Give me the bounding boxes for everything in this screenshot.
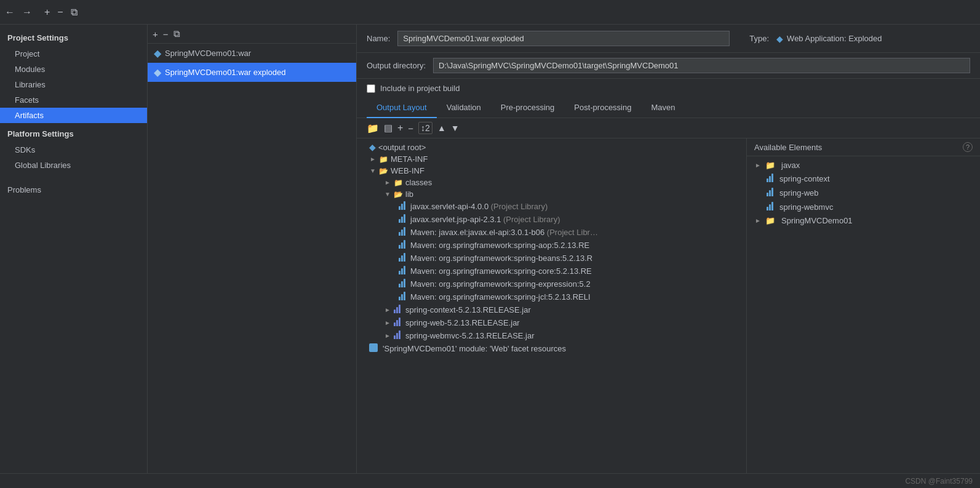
two-col: ◆ <output root> 📁 META-INF 📂 WEB-INF [357,138,980,473]
type-value: ◆ Web Application: Exploded [776,34,882,44]
sidebar-item-global-libraries[interactable]: Global Libraries [0,158,147,173]
available-help-icon[interactable]: ? [963,142,973,152]
project-settings-title: Project Settings [0,30,147,46]
tab-maven[interactable]: Maven [641,98,685,118]
artifact-list: ◆ SpringMVCDemo01:war ◆ SpringMVCDemo01:… [148,44,356,473]
tab-validation[interactable]: Validation [437,98,491,118]
jar-file-icon-2 [394,318,400,328]
output-dir-label: Output directory: [367,61,426,70]
sidebar-item-libraries[interactable]: Libraries [0,77,147,92]
name-input[interactable] [397,31,730,46]
back-icon[interactable]: ← [5,7,15,18]
arrow-output-root [359,143,367,151]
maven-lib-icon-5 [399,253,405,263]
sidebar-item-project[interactable]: Project [0,46,147,62]
name-label: Name: [367,34,390,43]
artifact-panel: + − ⧉ ◆ SpringMVCDemo01:war ◆ SpringMVCD… [148,25,357,473]
folder-icon-lib: 📂 [394,190,403,199]
sidebar: Project Settings Project Modules Librari… [0,25,148,473]
tree-item-spring-context-jar[interactable]: spring-context-5.2.13.RELEASE.jar [357,303,746,316]
include-row: Include in project build [357,79,980,98]
tree-item-classes[interactable]: 📁 classes [357,177,746,188]
tree-item-spring-webmvc-jar[interactable]: spring-webmvc-5.2.13.RELEASE.jar [357,329,746,342]
forward-icon[interactable]: → [22,7,32,18]
war-exploded-icon: ◆ [154,66,161,78]
tree-item-maven-spring-core[interactable]: Maven: org.springframework:spring-core:5… [357,265,746,278]
maven-lib-icon-4 [399,240,405,250]
folder-icon-web-inf: 📂 [379,167,388,175]
copy-icon[interactable]: ⧉ [71,7,78,18]
platform-settings-title: Platform Settings [0,123,147,142]
tab-post-processing[interactable]: Post-processing [564,98,641,118]
tree-item-output-root[interactable]: ◆ <output root> [357,141,746,153]
grid-icon[interactable]: ▤ [384,122,392,134]
copy-artifact-icon[interactable]: ⧉ [173,28,180,39]
arrow-spring-web-jar[interactable] [384,319,391,327]
sidebar-item-sdks[interactable]: SDKs [0,142,147,158]
avail-item-spring-mvc-demo[interactable]: 📁 SpringMVCDemo01 [747,214,980,227]
output-dir-input[interactable] [433,58,970,73]
content-panel: Name: Type: ◆ Web Application: Exploded … [357,25,980,473]
tree-item-lib[interactable]: 📂 lib [357,188,746,200]
tree-item-maven-spring-aop[interactable]: Maven: org.springframework:spring-aop:5.… [357,239,746,252]
folder-icon-meta-inf: 📁 [379,155,388,164]
maven-lib-icon-2 [399,214,405,225]
move-down-icon[interactable]: ▼ [451,123,460,133]
sidebar-item-problems[interactable]: Problems [0,173,147,198]
jar-file-icon-3 [394,330,400,341]
sidebar-item-modules[interactable]: Modules [0,62,147,77]
include-checkbox[interactable] [367,84,375,93]
available-elements-label: Available Elements [754,143,822,152]
tab-output-layout[interactable]: Output Layout [367,98,437,118]
tree-item-maven-spring-jcl[interactable]: Maven: org.springframework:spring-jcl:5.… [357,290,746,303]
add-element-icon[interactable]: + [397,122,403,134]
remove-artifact-icon[interactable]: − [163,29,169,39]
type-icon: ◆ [776,34,783,44]
remove-element-icon[interactable]: − [408,123,413,134]
arrow-javax[interactable] [754,162,762,169]
tree-item-javax-servlet-api[interactable]: javax.servlet-api-4.0.0 (Project Library… [357,200,746,213]
tree-item-maven-spring-expression[interactable]: Maven: org.springframework:spring-expres… [357,278,746,290]
tree-item-maven-javax-el[interactable]: Maven: javax.el:javax.el-api:3.0.1-b06 (… [357,226,746,239]
tree-item-web-inf[interactable]: 📂 WEB-INF [357,165,746,177]
available-tree: 📁 javax spring-context [747,156,980,473]
artifact-item-war[interactable]: ◆ SpringMVCDemo01:war [148,44,356,63]
add-icon[interactable]: + [44,7,50,18]
avail-item-spring-webmvc[interactable]: spring-webmvc [747,200,980,214]
sidebar-item-facets[interactable]: Facets [0,92,147,108]
tree-item-module-facet[interactable]: 'SpringMVCDemo01' module: 'Web' facet re… [357,342,746,355]
tree-item-javax-servlet-jsp-api[interactable]: javax.servlet.jsp-api-2.3.1 (Project Lib… [357,213,746,226]
arrow-web-inf[interactable] [369,167,376,175]
folder-icon-spring-mvc-demo: 📁 [765,216,775,225]
arrow-classes[interactable] [384,179,391,186]
output-root-icon: ◆ [369,142,376,152]
lib-icon-spring-webmvc [767,202,773,212]
add-artifact-icon[interactable]: + [153,29,158,39]
output-toolbar: 📁 ▤ + − ↕2 ▲ ▼ [357,118,980,138]
arrow-spring-mvc-demo[interactable] [754,217,762,225]
arrow-spring-context-jar[interactable] [384,306,391,314]
avail-item-spring-web[interactable]: spring-web [747,186,980,200]
arrow-meta-inf[interactable] [369,156,376,163]
folder-icon-javax: 📁 [765,161,775,170]
tree-item-meta-inf[interactable]: 📁 META-INF [357,153,746,165]
move-up-icon[interactable]: ▲ [437,123,446,133]
artifact-item-war-exploded[interactable]: ◆ SpringMVCDemo01:war exploded [148,63,356,82]
avail-item-javax[interactable]: 📁 javax [747,159,980,172]
avail-item-spring-context[interactable]: spring-context [747,172,980,186]
tab-pre-processing[interactable]: Pre-processing [491,98,564,118]
top-bar: ← → + − ⧉ [0,0,980,25]
war-icon: ◆ [154,47,161,59]
maven-lib-icon-7 [399,279,405,289]
minus-icon[interactable]: − [57,7,63,18]
arrow-lib[interactable] [384,191,391,198]
folder-add-icon[interactable]: 📁 [367,122,379,134]
sort-icon[interactable]: ↕2 [418,122,432,134]
arrow-spring-webmvc-jar[interactable] [384,332,391,340]
tree-item-maven-spring-beans[interactable]: Maven: org.springframework:spring-beans:… [357,252,746,265]
tree-item-spring-web-jar[interactable]: spring-web-5.2.13.RELEASE.jar [357,316,746,329]
jar-file-icon-1 [394,305,400,315]
available-panel: Available Elements ? 📁 javax [746,138,980,473]
sidebar-item-artifacts[interactable]: Artifacts [0,108,147,123]
status-bar: CSDN @Faint35799 [0,473,980,488]
